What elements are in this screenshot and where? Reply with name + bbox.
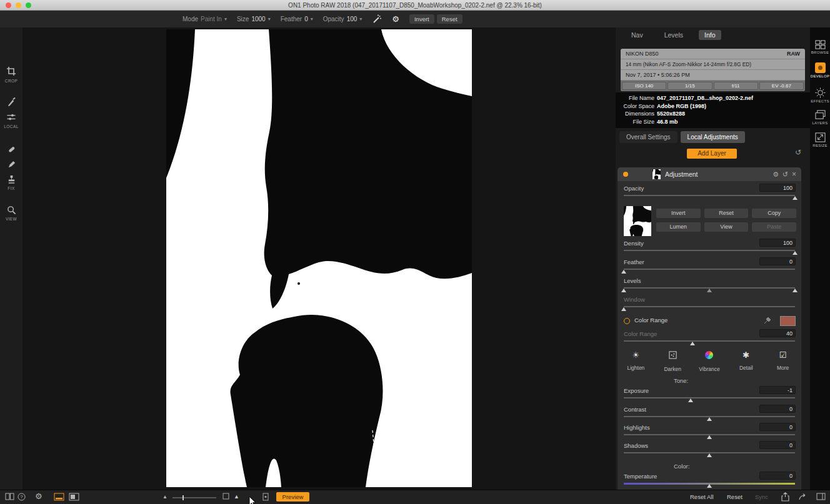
chevron-down-icon[interactable]: ▾	[224, 16, 227, 22]
tab-info[interactable]: Info	[699, 30, 721, 40]
slider-thumb[interactable]	[707, 435, 712, 439]
mask-options-icon[interactable]	[262, 493, 269, 501]
gear-icon[interactable]: ⚙	[35, 492, 42, 501]
invert-button[interactable]: Invert	[409, 14, 434, 24]
levels-mid-thumb[interactable]	[707, 289, 712, 292]
slider-track[interactable]	[624, 195, 795, 196]
slider-thumb[interactable]	[707, 453, 712, 457]
view-mode-filmstrip-icon[interactable]	[54, 493, 64, 501]
preset-more[interactable]: ☑ More	[764, 350, 801, 373]
preset-detail[interactable]: ✱ Detail	[728, 350, 764, 373]
color-range-swatch[interactable]	[780, 316, 796, 326]
show-mask-overlay-icon[interactable]: ▲	[234, 493, 239, 500]
opacity-value[interactable]: 100	[347, 16, 358, 22]
close-window-button[interactable]	[6, 2, 11, 8]
canvas-area[interactable]	[22, 27, 616, 490]
chevron-down-icon[interactable]: ▾	[359, 16, 362, 22]
minimize-window-button[interactable]	[16, 2, 21, 8]
levels-black-thumb[interactable]	[621, 289, 626, 292]
module-browse[interactable]: BROWSE	[810, 40, 830, 54]
photo-mask-view[interactable]	[166, 29, 472, 487]
crop-tool[interactable]	[0, 66, 22, 76]
module-layers[interactable]: LAYERS	[810, 110, 830, 125]
tab-levels[interactable]: Levels	[659, 30, 689, 40]
temperature-track[interactable]	[624, 483, 795, 485]
preset-lighten[interactable]: ☀ Lighten	[618, 350, 654, 373]
reset-adjustment-icon[interactable]: ↺	[782, 167, 788, 181]
reset-button[interactable]: Reset	[727, 493, 742, 500]
slider-track[interactable]	[624, 397, 795, 398]
zoom-tool[interactable]	[0, 205, 22, 215]
slider-thumb[interactable]	[792, 251, 798, 255]
feather-value[interactable]: 0	[304, 16, 308, 22]
undo-icon[interactable]: ↺	[795, 148, 801, 157]
slider-thumb[interactable]	[707, 417, 712, 421]
size-control[interactable]: Size 1000 ▾	[237, 16, 271, 22]
opacity-control[interactable]: Opacity 100 ▾	[323, 16, 362, 22]
slider-value[interactable]: 0	[759, 472, 796, 480]
preview-button[interactable]: Preview	[276, 492, 309, 502]
panel-toggle-icon[interactable]	[816, 493, 826, 500]
size-value[interactable]: 1000	[251, 16, 265, 22]
reset-button[interactable]: Reset	[437, 14, 462, 24]
adjustment-header[interactable]: Adjustment ⚙ ↺ ×	[618, 167, 801, 181]
module-develop[interactable]: DEVELOP	[810, 62, 830, 78]
slider-value[interactable]: 100	[759, 239, 796, 247]
view-mask-button[interactable]: View	[704, 222, 749, 232]
slider-thumb[interactable]	[690, 342, 695, 345]
retouch-brush-tool[interactable]	[0, 160, 22, 169]
zoom-window-button[interactable]	[26, 2, 31, 8]
tab-nav[interactable]: Nav	[626, 30, 649, 40]
share-icon[interactable]	[799, 493, 808, 500]
gear-icon[interactable]: ⚙	[772, 167, 779, 181]
add-layer-button[interactable]: Add Layer	[687, 149, 737, 159]
slider-track[interactable]	[624, 434, 795, 435]
lumen-mask-button[interactable]: Lumen	[656, 222, 701, 232]
slider-value[interactable]: 100	[759, 184, 796, 192]
color-range-radio[interactable]	[624, 318, 630, 324]
zoom-fit-icon[interactable]: ▲	[162, 494, 168, 500]
slider-thumb[interactable]	[707, 484, 712, 488]
perfect-eraser-tool[interactable]	[0, 145, 22, 154]
module-effects[interactable]: EFFECTS	[810, 87, 830, 103]
show-mask-off-icon[interactable]	[222, 493, 229, 500]
slider-thumb[interactable]	[688, 398, 693, 402]
slider-value[interactable]: -1	[759, 386, 796, 394]
zoom-slider-thumb[interactable]	[182, 495, 184, 500]
tab-overall-settings[interactable]: Overall Settings	[619, 131, 678, 143]
slider-value[interactable]: 0	[759, 257, 796, 265]
slider-track[interactable]	[624, 306, 795, 307]
adjustable-gradient-tool[interactable]	[0, 112, 22, 122]
view-mode-detail-icon[interactable]	[69, 493, 79, 501]
copy-mask-button[interactable]: Copy	[752, 209, 796, 218]
slider-thumb[interactable]	[621, 307, 626, 311]
chevron-down-icon[interactable]: ▾	[311, 16, 313, 22]
sync-button[interactable]: Sync	[755, 493, 768, 500]
enabled-indicator-dot[interactable]	[623, 172, 628, 177]
mask-thumbnail[interactable]	[624, 206, 651, 236]
adjustment-brush-tool[interactable]	[0, 97, 22, 107]
reset-mask-button[interactable]: Reset	[704, 209, 749, 218]
export-icon[interactable]	[781, 492, 789, 502]
preset-darken[interactable]: Darken	[654, 350, 691, 373]
slider-thumb[interactable]	[621, 270, 626, 274]
feather-control[interactable]: Feather 0 ▾	[281, 16, 313, 22]
perfect-brush-toggle[interactable]	[372, 14, 382, 24]
slider-track[interactable]	[624, 416, 795, 417]
mode-value[interactable]: Paint In	[201, 16, 222, 22]
zoom-slider[interactable]	[172, 497, 216, 498]
slider-value[interactable]: 0	[759, 423, 796, 431]
levels-white-thumb[interactable]	[792, 289, 798, 292]
preset-vibrance[interactable]: Vibrance	[691, 350, 728, 373]
slider-thumb[interactable]	[792, 196, 798, 200]
reset-all-button[interactable]: Reset All	[690, 493, 714, 500]
invert-mask-button[interactable]: Invert	[656, 209, 701, 218]
slider-track[interactable]	[624, 269, 795, 270]
eyedropper-icon[interactable]	[764, 317, 771, 324]
tab-local-adjustments[interactable]: Local Adjustments	[681, 131, 745, 143]
mode-control[interactable]: Mode Paint In ▾	[182, 16, 227, 22]
slider-value[interactable]: 0	[759, 405, 796, 413]
slider-value[interactable]: 40	[759, 329, 796, 337]
close-icon[interactable]: ×	[792, 167, 796, 181]
slider-track[interactable]	[624, 250, 795, 251]
